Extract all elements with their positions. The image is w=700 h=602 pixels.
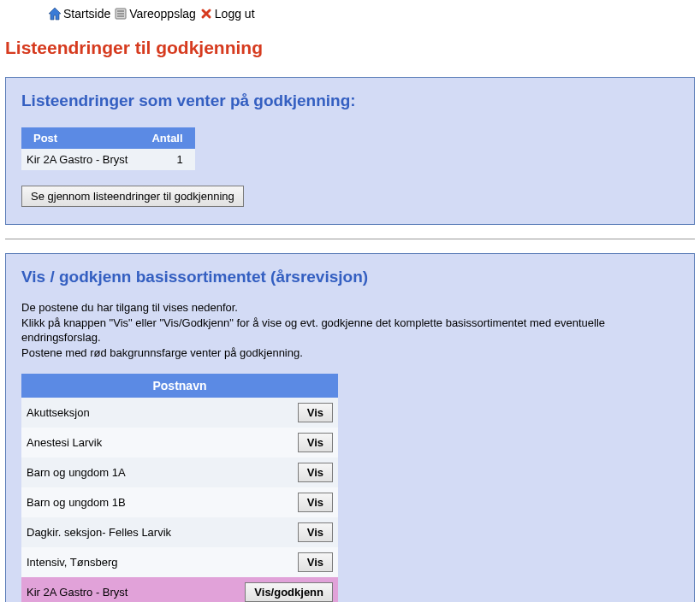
post-row-name: Dagkir. seksjon- Felles Larvik [21, 517, 240, 547]
pending-col-post: Post [21, 127, 139, 149]
home-icon [48, 7, 62, 21]
nav-startside-label: Startside [63, 7, 110, 21]
post-row-name: Barn og ungdom 1B [21, 487, 240, 517]
post-row-name: Akuttseksjon [21, 398, 240, 428]
separator [5, 239, 695, 239]
nav-loggut[interactable]: Logg ut [199, 7, 255, 21]
post-row-name: Anestesi Larvik [21, 428, 240, 457]
pending-row-post: Kir 2A Gastro - Bryst [21, 149, 139, 170]
top-nav: Startside Vareoppslag Logg ut [48, 5, 695, 22]
nav-loggut-label: Logg ut [215, 7, 255, 21]
nav-vareoppslag-label: Vareoppslag [129, 7, 196, 21]
post-row-action-cell: Vis [240, 398, 338, 428]
pending-table: Post Antall Kir 2A Gastro - Bryst1 [21, 127, 195, 170]
approve-description: De postene du har tilgang til vises nede… [21, 300, 679, 360]
post-row-name: Intensiv, Tønsberg [21, 547, 240, 577]
vis-button[interactable]: Vis [298, 433, 333, 452]
pending-col-antall: Antall [139, 127, 194, 149]
pending-heading: Listeendringer som venter på godkjenning… [21, 91, 679, 110]
post-row: AkuttseksjonVis [21, 398, 338, 428]
post-table: Postnavn AkuttseksjonVisAnestesi LarvikV… [21, 374, 338, 602]
vis-button[interactable]: Vis [298, 403, 333, 422]
post-col-postnavn: Postnavn [21, 374, 338, 398]
vis-button[interactable]: Vis [298, 463, 333, 482]
pending-row-antall: 1 [139, 149, 194, 170]
page-title: Listeendringer til godkjenning [5, 38, 695, 58]
nav-startside[interactable]: Startside [48, 7, 110, 21]
approve-desc3: Postene med rød bakgrunnsfarge venter på… [21, 346, 303, 359]
post-row: Kir 2A Gastro - BrystVis/godkjenn [21, 577, 338, 602]
pending-row: Kir 2A Gastro - Bryst1 [21, 149, 195, 170]
post-row: Intensiv, TønsbergVis [21, 547, 338, 577]
vis-godkjenn-button[interactable]: Vis/godkjenn [245, 582, 333, 602]
approve-desc2: Klikk på knappen "Vis" eller "Vis/Godkje… [21, 316, 605, 345]
post-row-action-cell: Vis/godkjenn [240, 577, 338, 602]
post-row-action-cell: Vis [240, 547, 338, 577]
vis-button[interactable]: Vis [298, 493, 333, 512]
post-row-name: Kir 2A Gastro - Bryst [21, 577, 240, 602]
logout-icon [199, 7, 213, 21]
approve-desc1: De postene du har tilgang til vises nede… [21, 301, 238, 314]
approve-panel: Vis / godkjenn basissortimentet (årsrevi… [5, 253, 695, 602]
approve-heading: Vis / godkjenn basissortimentet (årsrevi… [21, 268, 679, 286]
vis-button[interactable]: Vis [298, 522, 333, 542]
review-changes-button[interactable]: Se gjennom listeendringer til godkjennin… [21, 186, 244, 207]
vis-button[interactable]: Vis [298, 552, 333, 572]
list-icon [114, 7, 128, 21]
post-row: Barn og ungdom 1BVis [21, 487, 338, 517]
pending-panel: Listeendringer som venter på godkjenning… [5, 77, 695, 225]
post-row-action-cell: Vis [240, 517, 338, 547]
post-row-action-cell: Vis [240, 457, 338, 487]
nav-vareoppslag[interactable]: Vareoppslag [114, 7, 196, 21]
post-row: Barn og ungdom 1AVis [21, 457, 338, 487]
post-row: Dagkir. seksjon- Felles LarvikVis [21, 517, 338, 547]
post-row: Anestesi LarvikVis [21, 428, 338, 457]
post-row-action-cell: Vis [240, 487, 338, 517]
post-row-action-cell: Vis [240, 428, 338, 457]
post-row-name: Barn og ungdom 1A [21, 457, 240, 487]
svg-marker-0 [49, 8, 61, 20]
